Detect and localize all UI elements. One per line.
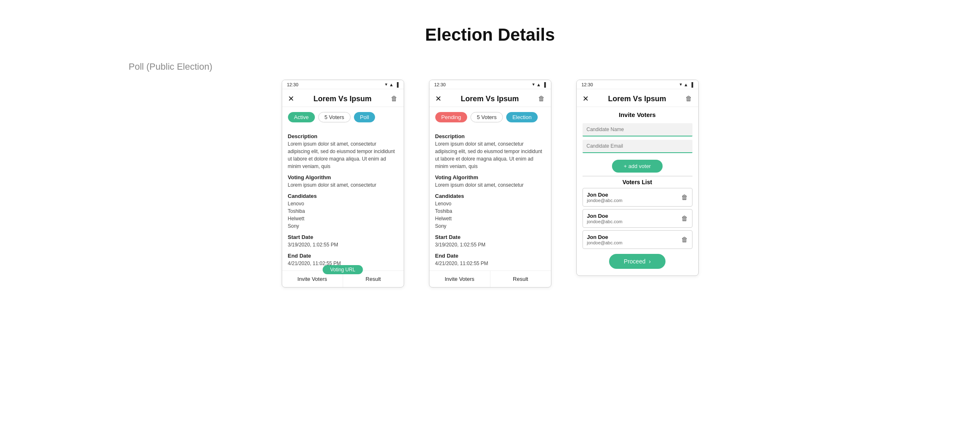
candidate-name-input[interactable] bbox=[583, 123, 692, 136]
status-icons-1: ▾ ▲ ▐ bbox=[385, 82, 399, 87]
chevron-right-icon: › bbox=[649, 258, 651, 265]
badge-voters-1: 5 Voters bbox=[318, 112, 351, 122]
voter-name-1: Jon Doe bbox=[587, 192, 623, 198]
badge-active-1: Active bbox=[288, 112, 315, 122]
battery-icon-2: ▐ bbox=[543, 82, 546, 87]
voter-trash-icon-1[interactable]: 🗑 bbox=[681, 194, 688, 201]
voter-name-2: Jon Doe bbox=[587, 213, 623, 219]
algorithm-label-1: Voting Algorithm bbox=[288, 174, 398, 180]
section-label: Poll (Public Election) bbox=[129, 61, 212, 72]
voter-item-1: Jon Doe jondoe@abc.com 🗑 bbox=[583, 188, 692, 207]
voting-url-badge: Voting URL bbox=[323, 265, 363, 274]
badge-row-1: Active 5 Voters Poll bbox=[282, 107, 404, 126]
status-time-3: 12:30 bbox=[582, 82, 593, 87]
status-bar-3: 12:30 ▾ ▲ ▐ bbox=[577, 80, 698, 89]
end-date-2: 4/21/2020, 11:02:55 PM bbox=[435, 260, 545, 267]
battery-icon-1: ▐ bbox=[395, 82, 399, 87]
proceed-button[interactable]: Proceed › bbox=[609, 254, 666, 269]
signal-icon-3: ▲ bbox=[684, 82, 688, 87]
phone-title-1: Lorem Vs Ipsum bbox=[313, 95, 371, 103]
wifi-icon-3: ▾ bbox=[680, 82, 682, 87]
badge-pending-2: Pending bbox=[435, 112, 468, 122]
status-bar-2: 12:30 ▾ ▲ ▐ bbox=[429, 80, 551, 89]
invite-voters-title: Invite Voters bbox=[583, 111, 692, 118]
phone-2: 12:30 ▾ ▲ ▐ ✕ Lorem Vs Ipsum 🗑 Pending 5… bbox=[429, 80, 551, 288]
close-icon-1[interactable]: ✕ bbox=[288, 94, 294, 103]
status-bar-1: 12:30 ▾ ▲ ▐ bbox=[282, 80, 404, 89]
proceed-label: Proceed bbox=[624, 258, 646, 265]
voter-name-3: Jon Doe bbox=[587, 234, 623, 240]
description-label-2: Description bbox=[435, 133, 545, 139]
phones-row: 12:30 ▾ ▲ ▐ ✕ Lorem Vs Ipsum 🗑 Active 5 … bbox=[282, 80, 699, 288]
badge-row-2: Pending 5 Voters Election bbox=[429, 107, 551, 126]
signal-icon-1: ▲ bbox=[389, 82, 394, 87]
close-icon-2[interactable]: ✕ bbox=[435, 94, 441, 103]
voter-trash-icon-3[interactable]: 🗑 bbox=[681, 236, 688, 244]
voters-list-title: Voters List bbox=[583, 176, 692, 185]
battery-icon-3: ▐ bbox=[690, 82, 693, 87]
badge-poll-1: Poll bbox=[354, 112, 375, 122]
status-time-1: 12:30 bbox=[287, 82, 299, 87]
algorithm-text-1: Lorem ipsum dolor sit amet, consectetur bbox=[288, 181, 398, 189]
invite-voters-section: Invite Voters + add voter Voters List Jo… bbox=[577, 107, 698, 275]
candidates-label-1: Candidates bbox=[288, 193, 398, 199]
candidates-label-2: Candidates bbox=[435, 193, 545, 199]
end-date-label-1: End Date bbox=[288, 253, 398, 259]
algorithm-text-2: Lorem ipsum dolor sit amet, consectetur bbox=[435, 181, 545, 189]
phone-footer-1: Voting URL Invite Voters Result bbox=[282, 270, 404, 287]
voter-email-3: jondoe@abc.com bbox=[587, 240, 623, 245]
status-time-2: 12:30 bbox=[434, 82, 446, 87]
status-icons-3: ▾ ▲ ▐ bbox=[680, 82, 693, 87]
algorithm-label-2: Voting Algorithm bbox=[435, 174, 545, 180]
start-date-2: 3/19/2020, 1:02:55 PM bbox=[435, 241, 545, 249]
phone-body-1: Description Lorem ipsum dolor sit amet, … bbox=[282, 126, 404, 270]
phone-3: 12:30 ▾ ▲ ▐ ✕ Lorem Vs Ipsum 🗑 Invite Vo… bbox=[576, 80, 699, 276]
end-date-label-2: End Date bbox=[435, 253, 545, 259]
trash-icon-2[interactable]: 🗑 bbox=[538, 95, 545, 102]
description-text-2: Lorem ipsum dolor sit amet, consectetur … bbox=[435, 140, 545, 170]
voter-item-2: Jon Doe jondoe@abc.com 🗑 bbox=[583, 209, 692, 228]
add-voter-button[interactable]: + add voter bbox=[612, 160, 662, 173]
phone-body-2: Description Lorem ipsum dolor sit amet, … bbox=[429, 126, 551, 270]
wifi-icon-1: ▾ bbox=[385, 82, 388, 87]
candidates-text-2: Lenovo Toshiba Helwett Sony bbox=[435, 200, 545, 230]
candidate-email-input[interactable] bbox=[583, 140, 692, 153]
page-title: Election Details bbox=[425, 25, 555, 45]
start-date-label-2: Start Date bbox=[435, 234, 545, 240]
phone-header-3: ✕ Lorem Vs Ipsum 🗑 bbox=[577, 89, 698, 107]
description-text-1: Lorem ipsum dolor sit amet, consectetur … bbox=[288, 140, 398, 170]
signal-icon-2: ▲ bbox=[536, 82, 541, 87]
invite-voters-btn-2[interactable]: Invite Voters bbox=[429, 271, 490, 287]
phone-header-2: ✕ Lorem Vs Ipsum 🗑 bbox=[429, 89, 551, 107]
candidates-text-1: Lenovo Toshiba Helwett Sony bbox=[288, 200, 398, 230]
voter-item-3: Jon Doe jondoe@abc.com 🗑 bbox=[583, 230, 692, 249]
voter-email-2: jondoe@abc.com bbox=[587, 219, 623, 224]
voter-trash-icon-2[interactable]: 🗑 bbox=[681, 215, 688, 222]
trash-icon-3[interactable]: 🗑 bbox=[685, 95, 692, 102]
phone-1: 12:30 ▾ ▲ ▐ ✕ Lorem Vs Ipsum 🗑 Active 5 … bbox=[282, 80, 404, 288]
description-label-1: Description bbox=[288, 133, 398, 139]
status-icons-2: ▾ ▲ ▐ bbox=[532, 82, 546, 87]
phone-header-1: ✕ Lorem Vs Ipsum 🗑 bbox=[282, 89, 404, 107]
badge-voters-2: 5 Voters bbox=[470, 112, 503, 122]
trash-icon-1[interactable]: 🗑 bbox=[391, 95, 397, 102]
badge-election-2: Election bbox=[506, 112, 538, 122]
start-date-1: 3/19/2020, 1:02:55 PM bbox=[288, 241, 398, 249]
start-date-label-1: Start Date bbox=[288, 234, 398, 240]
phone-title-2: Lorem Vs Ipsum bbox=[461, 95, 519, 103]
voter-email-1: jondoe@abc.com bbox=[587, 198, 623, 203]
close-icon-3[interactable]: ✕ bbox=[583, 94, 589, 103]
result-btn-2[interactable]: Result bbox=[490, 271, 551, 287]
wifi-icon-2: ▾ bbox=[532, 82, 535, 87]
phone-footer-2: Invite Voters Result bbox=[429, 270, 551, 287]
phone-title-3: Lorem Vs Ipsum bbox=[608, 95, 666, 103]
